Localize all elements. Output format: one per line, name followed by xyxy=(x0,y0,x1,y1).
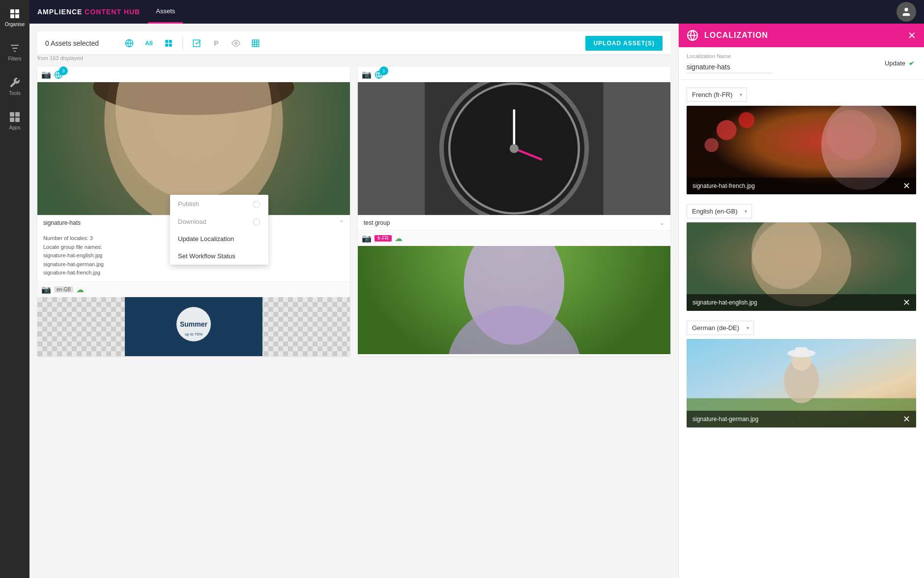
svg-point-49 xyxy=(739,112,754,128)
loc-header: LOCALIZATION ✕ xyxy=(679,24,924,47)
brand-name: AMPLIENCE CONTENT HUB xyxy=(37,8,140,16)
all-filter-button[interactable]: All xyxy=(141,35,157,51)
locale-count-badge-2: 1 xyxy=(379,66,388,75)
loc-image-overlay-english: signature-hat-english.jpg ✕ xyxy=(687,294,916,311)
svg-rect-8 xyxy=(15,112,20,117)
svg-text:Summer: Summer xyxy=(180,320,208,328)
locale-select-wrap-german: German (de-DE) xyxy=(687,321,754,335)
publish-disabled-icon: ◯ xyxy=(253,200,260,208)
grid-pattern-button[interactable] xyxy=(248,35,263,51)
svg-point-11 xyxy=(904,8,908,11)
menu-item-update-localization[interactable]: Update Localization xyxy=(170,230,268,247)
loc-image-overlay-german: signature-hat-german.jpg ✕ xyxy=(687,411,916,427)
locale-select-wrap-french: French (fr-FR) xyxy=(687,88,747,102)
topbar: AMPLIENCE CONTENT HUB Assets xyxy=(29,0,924,24)
sidebar: Organise Filters Tools Apps xyxy=(0,0,29,578)
sidebar-item-tools[interactable]: Tools xyxy=(0,69,29,103)
loc-image-card-french: signature-hat-french.jpg ✕ xyxy=(687,106,916,194)
nav-tab-assets[interactable]: Assets xyxy=(148,0,183,24)
camera-icon-sub-1: 📷 xyxy=(41,285,51,294)
svg-rect-15 xyxy=(165,43,168,46)
locale-selector-english: English (en-GB) xyxy=(687,204,916,218)
assets-toolbar: 0 Assets selected All P xyxy=(37,31,670,55)
globe-header-icon xyxy=(687,30,698,41)
locale-badge-en-gb: en-GB xyxy=(54,286,73,293)
sidebar-item-organise[interactable]: Organise xyxy=(0,0,29,34)
asset-card-1: 📷 3 Publish ◯ Download xyxy=(37,67,350,356)
svg-point-18 xyxy=(235,42,237,44)
update-label: Update xyxy=(885,60,905,67)
locale-select-german[interactable]: German (de-DE) xyxy=(687,321,754,335)
asset-count: 0 Assets selected xyxy=(45,39,99,47)
loc-title: LOCALIZATION xyxy=(704,31,902,40)
loc-close-button[interactable]: ✕ xyxy=(908,30,916,41)
asset-image-watch xyxy=(358,82,670,215)
toolbar-separator xyxy=(182,36,183,50)
asset-card-2: 📷 1 xyxy=(358,67,670,356)
sidebar-label-apps: Apps xyxy=(9,125,21,130)
svg-rect-59 xyxy=(795,347,807,354)
svg-rect-17 xyxy=(193,40,200,47)
asset-image-summer: Summer up to 70% xyxy=(37,297,350,356)
loc-name-label: Localization Name xyxy=(687,53,879,59)
sidebar-label-tools: Tools xyxy=(9,91,20,96)
locale-select-english[interactable]: English (en-GB) xyxy=(687,204,752,218)
locale-row-german: German (de-DE) xyxy=(687,321,916,427)
svg-rect-0 xyxy=(10,9,14,13)
globe-wrap-2: 1 xyxy=(375,70,388,79)
loc-image-name-english: signature-hat-english.jpg xyxy=(693,299,757,306)
update-button[interactable]: Update xyxy=(885,59,916,68)
menu-item-set-workflow[interactable]: Set Workflow Status xyxy=(170,247,268,265)
upload-assets-button[interactable]: UPLOAD ASSET(S) xyxy=(585,36,663,51)
asset-card-2-header: 📷 1 xyxy=(358,67,670,82)
file-french: signature-hat-french.jpg xyxy=(43,269,344,277)
svg-rect-1 xyxy=(15,9,19,13)
locale-selector-german: German (de-DE) xyxy=(687,321,916,335)
topbar-right xyxy=(896,2,916,22)
sidebar-item-apps[interactable]: Apps xyxy=(0,103,29,138)
loc-name-field-wrap: Localization Name xyxy=(687,53,879,73)
eye-filter-button[interactable] xyxy=(228,35,244,51)
locale-row-french: French (fr-FR) xyxy=(687,88,916,194)
svg-rect-14 xyxy=(169,40,172,43)
svg-rect-16 xyxy=(169,43,172,46)
menu-item-publish[interactable]: Publish ◯ xyxy=(170,195,268,213)
user-avatar-button[interactable] xyxy=(896,2,916,22)
asset-grid: 📷 3 Publish ◯ Download xyxy=(37,67,670,356)
p-filter-button[interactable]: P xyxy=(208,35,224,51)
asset-card-2-footer: test group ⌄ xyxy=(358,215,670,230)
svg-text:up to 70%: up to 70% xyxy=(185,332,202,336)
menu-item-download[interactable]: Download ◯ xyxy=(170,213,268,230)
cloud-icon-2: ☁ xyxy=(395,234,403,243)
svg-point-40 xyxy=(510,144,519,153)
expand-button-1[interactable]: ⌃ xyxy=(339,219,344,226)
check-filter-button[interactable] xyxy=(189,35,204,51)
asset-name-1: signature-hats xyxy=(43,219,81,226)
grid-view-button[interactable] xyxy=(161,35,176,51)
svg-rect-10 xyxy=(15,118,20,122)
loc-remove-button-french[interactable]: ✕ xyxy=(903,182,910,190)
camera-icon-1: 📷 xyxy=(41,70,51,79)
loc-image-name-french: signature-hat-french.jpg xyxy=(693,183,755,189)
sub-asset-header-2: 📷 fr-FR ☁ xyxy=(358,230,670,246)
localization-panel: LOCALIZATION ✕ Localization Name Update xyxy=(678,24,924,578)
sort-button[interactable] xyxy=(107,38,117,49)
locale-select-wrap-english: English (en-GB) xyxy=(687,204,752,218)
context-menu: Publish ◯ Download ◯ Update Localization… xyxy=(170,195,268,265)
sidebar-item-filters[interactable]: Filters xyxy=(0,34,29,69)
loc-name-input[interactable] xyxy=(687,61,773,73)
svg-rect-7 xyxy=(10,112,14,117)
globe-wrap-1: 3 xyxy=(54,70,68,79)
sidebar-label-filters: Filters xyxy=(8,56,21,61)
locale-select-french[interactable]: French (fr-FR) xyxy=(687,88,747,102)
loc-remove-button-english[interactable]: ✕ xyxy=(903,298,910,307)
globe-filter-button[interactable] xyxy=(121,35,137,51)
asset-image-woman-dress xyxy=(358,246,670,354)
svg-rect-19 xyxy=(252,40,259,47)
locale-badge-fr-fr: fr-FR xyxy=(375,235,392,242)
expand-button-2[interactable]: ⌄ xyxy=(660,219,664,226)
sidebar-label-organise: Organise xyxy=(5,22,25,27)
svg-rect-3 xyxy=(15,14,19,18)
svg-rect-13 xyxy=(165,40,168,43)
loc-remove-button-german[interactable]: ✕ xyxy=(903,415,910,424)
